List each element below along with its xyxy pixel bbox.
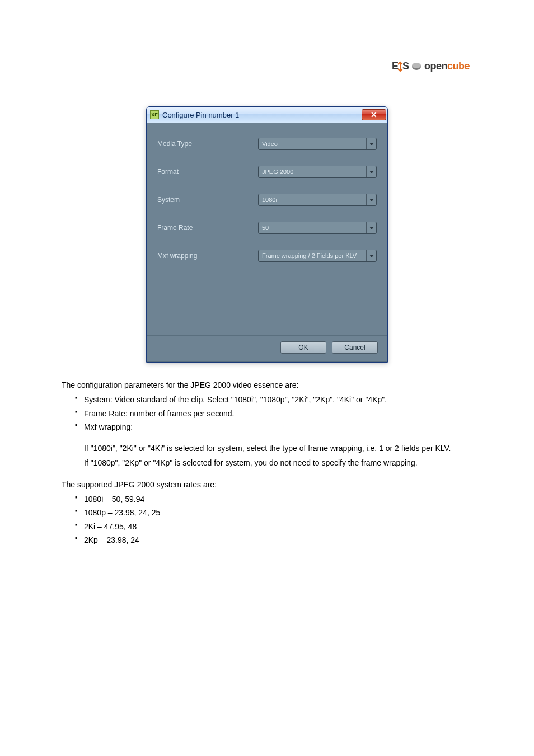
intro-text: The configuration parameters for the JPE…	[62, 379, 472, 391]
select-value: 1080i	[259, 196, 366, 203]
row-format: Format JPEG 2000	[157, 166, 377, 178]
select-value: Frame wrapping / 2 Fields per KLV	[259, 252, 366, 259]
dialog-footer: OK Cancel	[147, 335, 387, 362]
select-frame-rate[interactable]: 50	[258, 222, 377, 234]
label-mxf-wrapping: Mxf wrapping	[157, 252, 258, 260]
select-system[interactable]: 1080i	[258, 194, 377, 206]
ok-button[interactable]: OK	[280, 341, 326, 354]
select-value: 50	[259, 224, 366, 231]
label-frame-rate: Frame Rate	[157, 224, 258, 232]
mxf-sub-1: If "1080i", "2Ki" or "4Ki" is selected f…	[62, 443, 472, 454]
system-rates-list: 1080i – 50, 59.94 1080p – 23.98, 24, 25 …	[62, 494, 472, 546]
list-item: 1080i – 50, 59.94	[75, 494, 472, 505]
list-item: 1080p – 23.98, 24, 25	[75, 507, 472, 518]
opencube-logo: opencube	[424, 60, 470, 72]
chevron-down-icon	[366, 194, 376, 205]
select-media-type[interactable]: Video	[258, 138, 377, 150]
row-mxf-wrapping: Mxf wrapping Frame wrapping / 2 Fields p…	[157, 250, 377, 262]
header-divider	[380, 84, 470, 84]
mxf-sub-2: If "1080p", "2Kp" or "4Kp" is selected f…	[62, 457, 472, 468]
row-system: System 1080i	[157, 194, 377, 206]
configure-pin-dialog: XF Configure Pin number 1 ✕ Media Type V…	[146, 106, 388, 363]
list-item: 2Ki – 47.95, 48	[75, 521, 472, 532]
label-media-type: Media Type	[157, 140, 258, 148]
dialog-titlebar: XF Configure Pin number 1 ✕	[147, 107, 387, 123]
list-item: 2Kp – 23.98, 24	[75, 534, 472, 546]
close-icon[interactable]: ✕	[362, 109, 386, 120]
chevron-down-icon	[366, 250, 376, 261]
dialog-body: Media Type Video Format JPEG 2000 System…	[147, 123, 387, 335]
param-list: System: Video standard of the clip. Sele…	[62, 394, 472, 433]
row-frame-rate: Frame Rate 50	[157, 222, 377, 234]
dialog-app-icon: XF	[150, 110, 159, 119]
chevron-down-icon	[366, 166, 376, 177]
label-format: Format	[157, 168, 258, 176]
svg-point-1	[412, 63, 421, 68]
evs-logo: ES	[392, 60, 421, 72]
select-mxf-wrapping[interactable]: Frame wrapping / 2 Fields per KLV	[258, 250, 377, 262]
select-value: Video	[259, 140, 366, 147]
label-system: System	[157, 196, 258, 204]
system-rates-intro: The supported JPEG 2000 system rates are…	[62, 479, 472, 490]
list-item: Mxf wrapping:	[75, 421, 472, 433]
list-item: Frame Rate: number of frames per second.	[75, 408, 472, 419]
chevron-down-icon	[366, 138, 376, 149]
row-media-type: Media Type Video	[157, 138, 377, 150]
list-item: System: Video standard of the clip. Sele…	[75, 394, 472, 405]
chevron-down-icon	[366, 222, 376, 233]
select-value: JPEG 2000	[259, 168, 366, 175]
cancel-button[interactable]: Cancel	[332, 341, 378, 354]
dialog-title: Configure Pin number 1	[162, 111, 239, 119]
brand-logo: ES opencube	[392, 60, 470, 72]
select-format[interactable]: JPEG 2000	[258, 166, 377, 178]
document-body: The configuration parameters for the JPE…	[62, 379, 472, 546]
